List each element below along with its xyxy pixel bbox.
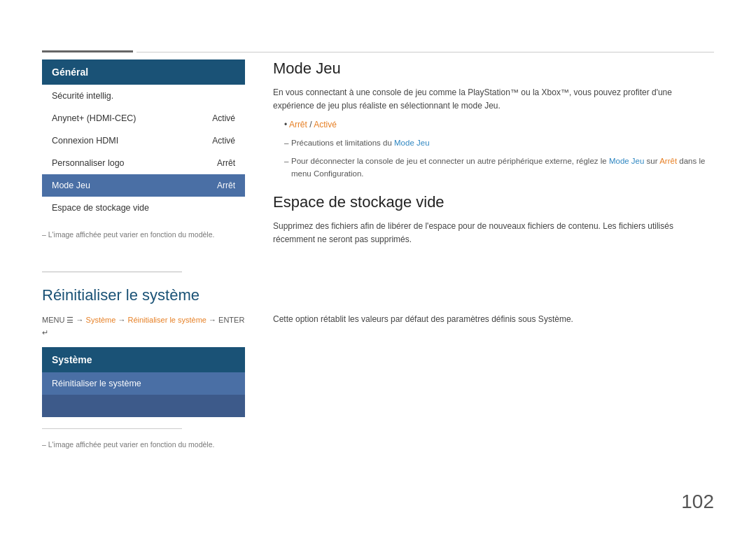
mode-jeu-caution-link2[interactable]: Mode Jeu	[609, 157, 645, 165]
breadcrumb-systeme[interactable]: Système	[86, 316, 116, 324]
menu-item-espace[interactable]: Espace de stockage vide	[42, 197, 245, 219]
menu-item-perso-label: Personnaliser logo	[52, 158, 125, 168]
menu-item-securite[interactable]: Sécurité intellig.	[42, 85, 245, 107]
menu-item-modejeu-label: Mode Jeu	[52, 181, 90, 190]
arret-caution-link[interactable]: Arrêt	[659, 157, 677, 165]
breadcrumb-arrow2: →	[115, 316, 127, 324]
lower-menu-item-empty	[42, 395, 245, 417]
menu-item-modejeu[interactable]: Mode Jeu Arrêt	[42, 174, 245, 197]
menu-item-modejeu-value: Arrêt	[217, 181, 235, 190]
caution-line2: Pour déconnecter la console de jeu et co…	[284, 155, 714, 181]
menu-panel: Général Sécurité intellig. Anynet+ (HDMI…	[42, 59, 245, 252]
arret-link[interactable]: Arrêt	[289, 120, 307, 129]
menu-item-connexion-label: Connexion HDMI	[52, 136, 118, 146]
top-line	[136, 52, 714, 52]
lower-section: Réinitialiser le système MENU ☰ → Systèm…	[42, 286, 714, 449]
lower-desc: Cette option rétablit les valeurs par dé…	[273, 313, 714, 326]
top-accent-line	[42, 50, 133, 52]
breadcrumb-reinit[interactable]: Réinitialiser le système	[127, 316, 206, 324]
caution-label: Précautions et limitations du	[291, 139, 394, 147]
breadcrumb: MENU ☰ → Système → Réinitialiser le syst…	[42, 314, 245, 339]
menu-item-perso[interactable]: Personnaliser logo Arrêt	[42, 152, 245, 174]
menu-item-anynet[interactable]: Anynet+ (HDMI-CEC) Activé	[42, 107, 245, 129]
lower-note: L'image affichée peut varier en fonction…	[42, 440, 245, 449]
mode-jeu-desc: En vous connectant à une console de jeu …	[273, 86, 714, 113]
menu-item-espace-label: Espace de stockage vide	[52, 203, 149, 213]
mode-jeu-bullet: Arrêt / Activé	[284, 118, 714, 132]
lower-menu: Système Réinitialiser le système	[42, 347, 245, 417]
content-panel: Mode Jeu En vous connectant à une consol…	[273, 59, 714, 252]
menu-item-anynet-label: Anynet+ (HDMI-CEC)	[52, 113, 136, 123]
mode-jeu-title: Mode Jeu	[273, 59, 714, 78]
lower-menu-header: Système	[42, 347, 245, 372]
lower-divider-line	[42, 428, 182, 429]
upper-section: Général Sécurité intellig. Anynet+ (HDMI…	[42, 59, 714, 252]
sep: /	[307, 120, 314, 129]
lower-right: Cette option rétablit les valeurs par dé…	[273, 286, 714, 449]
upper-note: L'image affichée peut varier en fonction…	[42, 230, 245, 239]
breadcrumb-menu: MENU ☰ →	[42, 316, 86, 324]
menu-item-securite-label: Sécurité intellig.	[52, 91, 113, 101]
caution-mid: sur	[644, 157, 659, 165]
menu-item-connexion[interactable]: Connexion HDMI Activé	[42, 129, 245, 152]
menu-item-perso-value: Arrêt	[217, 158, 235, 168]
menu-item-anynet-value: Activé	[212, 113, 235, 123]
reinitialiser-title: Réinitialiser le système	[42, 286, 245, 304]
lower-left: Réinitialiser le système MENU ☰ → Systèm…	[42, 286, 245, 449]
espace-desc: Supprimez des fichiers afin de libérer d…	[273, 220, 714, 246]
menu-item-connexion-value: Activé	[212, 136, 235, 146]
mid-divider-line	[42, 272, 182, 272]
lower-menu-item-reinit[interactable]: Réinitialiser le système	[42, 372, 245, 395]
mid-divider-area	[42, 272, 714, 272]
page-number: 102	[681, 491, 714, 513]
espace-title: Espace de stockage vide	[273, 193, 714, 211]
mode-jeu-caution-link[interactable]: Mode Jeu	[394, 139, 430, 147]
lower-note-container: L'image affichée peut varier en fonction…	[42, 428, 245, 449]
menu-header: Général	[42, 59, 245, 85]
active-link[interactable]: Activé	[314, 120, 337, 129]
caution-line1: Précautions et limitations du Mode Jeu	[284, 136, 714, 149]
caution-desc-pre: Pour déconnecter la console de jeu et co…	[291, 157, 609, 165]
